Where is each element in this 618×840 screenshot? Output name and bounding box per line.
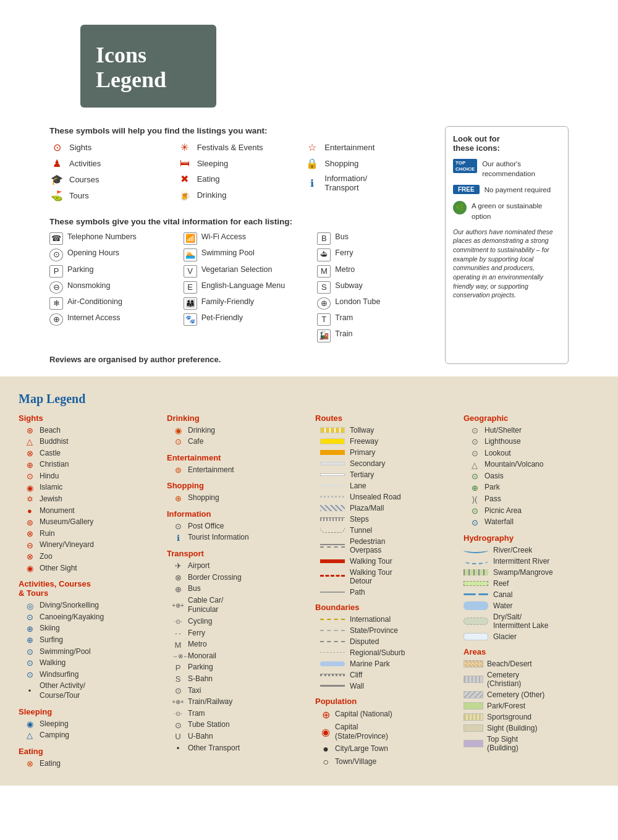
train-icon: 🚂 <box>317 329 331 342</box>
steps-line <box>320 517 345 521</box>
vital-train: 🚂 Train <box>317 329 433 342</box>
swamp-line <box>464 569 488 575</box>
secondary-line <box>320 462 345 465</box>
top-choice-text: Our author's recommendation <box>482 159 561 179</box>
bus-transport-icon: ⊕ <box>172 585 184 594</box>
freeway-label: Freeway <box>350 437 378 446</box>
walking-detour-line <box>320 575 345 579</box>
geo-waterfall: ⊙Waterfall <box>464 517 599 527</box>
drinking-icon: 🍺 <box>177 189 192 201</box>
other-activity-icon: • <box>23 686 36 695</box>
look-green: 🌿 A green or sustainable option <box>453 201 561 221</box>
free-text: No payment required <box>485 185 551 195</box>
map-col-4: Geographic ⊙Hut/Shelter ⊙Lighthouse ⊙Loo… <box>464 414 599 771</box>
boundary-wall: Wall <box>315 682 451 690</box>
top-section: These symbols will help you find the lis… <box>49 126 569 363</box>
capital-state-icon: ◉ <box>320 726 331 738</box>
route-pedestrian: PedestrianOverpass <box>315 537 451 554</box>
canal-line <box>464 593 488 596</box>
disputed-label: Disputed <box>350 637 379 646</box>
bus-icon: B <box>317 232 331 245</box>
symbol-eating: ✖ Eating <box>177 173 305 185</box>
state-label: State/Province <box>350 626 398 635</box>
map-grid: Sights ⊛Beach △Buddhist ⊗Castle ⊕Christi… <box>19 414 599 771</box>
map-cafe: ⊙Cafe <box>167 437 303 447</box>
symbol-tours: ⛳ Tours <box>49 190 177 202</box>
beach-icon: ⊛ <box>23 426 36 435</box>
village-icon: ○ <box>320 757 331 768</box>
map-cable-car: +⊕+Cable Car/Funicular <box>167 596 303 615</box>
veg-label: Vegetarian Selection <box>201 265 273 274</box>
bus-label: Bus <box>335 232 349 241</box>
marine-label: Marine Park <box>350 660 390 668</box>
wifi-icon: 📶 <box>184 232 197 245</box>
sleeping-map-icon: ◉ <box>23 719 36 729</box>
glacier-area <box>464 633 488 640</box>
map-canoeing: ⊙Canoeing/Kayaking <box>19 613 154 622</box>
map-castle: ⊗Castle <box>19 449 154 459</box>
symbols-col-2: ✳ Festivals & Events 🛏 Sleeping ✖ Eating… <box>177 142 305 206</box>
tram-transport-icon: ·⊙· <box>172 710 184 717</box>
subway-label: Subway <box>335 281 362 290</box>
river-line <box>464 547 488 553</box>
islamic-icon: ◉ <box>23 483 36 493</box>
pet-label: Pet-Friendly <box>201 313 243 322</box>
activities-section-title: Activities, Courses& Tours <box>19 579 154 598</box>
capital-national-icon: ⊕ <box>320 709 331 721</box>
canoeing-icon: ⊙ <box>23 613 36 622</box>
mountain-icon: △ <box>468 460 481 470</box>
symbols-main: These symbols will help you find the lis… <box>49 126 433 363</box>
lookout-icon: ⊙ <box>468 449 481 458</box>
vital-pet: 🐾 Pet-Friendly <box>184 313 299 326</box>
tollway-line <box>320 427 345 433</box>
walking-icon: ⊙ <box>23 658 36 668</box>
tertiary-line <box>320 473 345 476</box>
route-tollway: Tollway <box>315 426 451 435</box>
marine-boundary <box>320 661 345 666</box>
boundary-cliff: Cliff <box>315 671 451 679</box>
skiing-icon: ⊕ <box>23 624 36 634</box>
map-other-sight: ◉Other Sight <box>19 564 154 574</box>
camping-icon: △ <box>23 731 36 740</box>
main-content: These symbols will help you find the lis… <box>0 126 618 363</box>
hydrography-section-title: Hydrography <box>464 533 599 543</box>
dry-lake-area <box>464 617 488 625</box>
map-hindu: ⊙Hindu <box>19 472 154 482</box>
symbols-col-3: ☆ Entertainment 🔒 Shopping ℹ Information… <box>305 142 433 206</box>
vital-tram: T Tram <box>317 313 433 326</box>
other-transport-icon: • <box>172 744 184 753</box>
sbahn-icon: S <box>172 674 184 684</box>
geo-mountain: △Mountain/Volcano <box>464 460 599 470</box>
river-label: River/Creek <box>493 546 532 554</box>
symbol-sleeping: 🛏 Sleeping <box>177 158 305 169</box>
wall-boundary <box>320 685 345 687</box>
nonsmoking-icon: ⊖ <box>49 281 63 294</box>
map-taxi: ⊙Taxi <box>167 686 303 696</box>
geographic-section-title: Geographic <box>464 414 599 423</box>
reef-label: Reef <box>493 579 509 588</box>
vital-tube: ⊕ London Tube <box>317 297 433 310</box>
geo-pass: )( Pass <box>464 494 599 504</box>
wall-label: Wall <box>350 682 364 690</box>
pop-capital-national: ⊕ Capital (National) <box>315 709 451 721</box>
vital-nonsmoking: ⊖ Nonsmoking <box>49 281 165 294</box>
park-swatch <box>464 702 483 710</box>
information-section-title: Information <box>167 509 303 519</box>
free-badge: FREE <box>453 185 480 194</box>
page-title: Icons Legend <box>96 43 201 92</box>
family-icon: 👨‍👩‍👧 <box>184 297 197 310</box>
shopping-label: Shopping <box>324 159 358 168</box>
area-cemetery-other: Cemetery (Other) <box>464 690 599 699</box>
tours-label: Tours <box>69 191 89 200</box>
primary-label: Primary <box>350 448 375 457</box>
eating-map-icon: ⊗ <box>23 759 36 768</box>
ubahn-icon: U <box>172 732 184 741</box>
route-lane: Lane <box>315 482 451 490</box>
walking-tour-label: Walking Tour <box>350 557 392 566</box>
symbol-drinking: 🍺 Drinking <box>177 189 305 201</box>
vital-subway: S Subway <box>317 281 433 294</box>
tram-icon: T <box>317 313 331 326</box>
map-drinking: ◉Drinking <box>167 426 303 436</box>
look-top-choice: TOPCHOICE Our author's recommendation <box>453 159 561 179</box>
international-boundary <box>320 619 345 620</box>
